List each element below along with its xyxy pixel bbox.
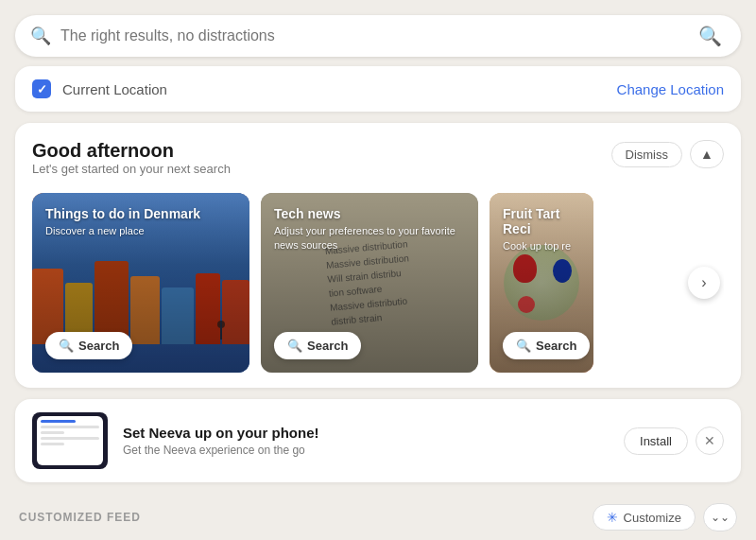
card-technews: Massive distribution Massive distributio… [261,193,478,373]
location-bar: Current Location Change Location [15,66,741,112]
install-button[interactable]: Install [624,427,688,455]
greeting-card: Good afternoon Let's get started on your… [15,123,741,388]
search-button-right[interactable]: 🔍 [695,25,726,47]
card-search-label-denmark: Search [78,339,119,353]
feed-actions: ✳ Customize ⌄⌄ [593,503,737,531]
customize-icon: ✳ [607,510,618,525]
location-label: Current Location [62,81,617,97]
search-icon-technews: 🔍 [287,339,302,353]
search-icon-fruittart: 🔍 [516,339,531,353]
promo-text: Set Neeva up on your phone! Get the Neev… [123,425,609,457]
customize-label: Customize [624,511,681,525]
customize-button[interactable]: ✳ Customize [593,504,696,531]
change-location-button[interactable]: Change Location [617,81,724,97]
dismiss-button[interactable]: Dismiss [611,142,683,167]
greeting-actions: Dismiss ▲ [611,140,725,168]
phone-line-1 [41,420,76,423]
search-input[interactable] [60,27,695,44]
cards-row: Things to do in Denmark Discover a new p… [32,193,724,373]
phone-line-2 [41,426,99,428]
greeting-title-group: Good afternoon Let's get started on your… [32,140,231,189]
card-desc-denmark: Discover a new place [45,224,236,238]
phone-line-3 [41,431,64,434]
feed-label: CUSTOMIZED FEED [19,511,141,524]
search-icon-denmark: 🔍 [59,339,74,353]
expand-feed-button[interactable]: ⌄⌄ [703,503,737,531]
phone-mockup [32,412,108,469]
card-search-button-fruittart[interactable]: 🔍 Search [503,332,590,359]
greeting-title: Good afternoon [32,140,231,162]
card-content-fruittart: Fruit Tart Reci Cook up top re [503,206,580,253]
card-title-technews: Tech news [274,206,465,221]
phone-screen [37,416,103,465]
next-card-button[interactable]: › [688,267,720,299]
close-promo-button[interactable]: ✕ [696,427,724,455]
promo-actions: Install ✕ [624,427,724,455]
phone-line-5 [41,443,64,445]
collapse-button[interactable]: ▲ [690,140,724,168]
card-search-button-denmark[interactable]: 🔍 Search [45,332,132,359]
mobile-promo: Set Neeva up on your phone! Get the Neev… [15,399,741,482]
card-search-label-fruittart: Search [536,339,576,353]
card-desc-technews: Adjust your preferences to your favorite… [274,224,465,253]
search-icon-left: 🔍 [30,26,51,46]
phone-line-4 [41,437,99,440]
card-search-label-technews: Search [307,339,348,353]
card-title-fruittart: Fruit Tart Reci [503,206,580,236]
greeting-subtitle: Let's get started on your next search [32,162,231,176]
search-bar: 🔍 🔍 [15,15,741,57]
promo-title: Set Neeva up on your phone! [123,425,609,441]
promo-desc: Get the Neeva experience on the go [123,444,609,457]
card-content-technews: Tech news Adjust your preferences to you… [274,206,465,253]
card-fruittart: Fruit Tart Reci Cook up top re 🔍 Search [490,193,593,373]
greeting-header: Good afternoon Let's get started on your… [32,140,724,189]
card-denmark: Things to do in Denmark Discover a new p… [32,193,249,373]
feed-bar: CUSTOMIZED FEED ✳ Customize ⌄⌄ [15,494,741,540]
card-title-denmark: Things to do in Denmark [45,206,236,221]
card-desc-fruittart: Cook up top re [503,239,580,253]
card-search-button-technews[interactable]: 🔍 Search [274,332,361,359]
card-content-denmark: Things to do in Denmark Discover a new p… [45,206,236,238]
phone-screen-content [37,416,103,452]
location-checkbox[interactable] [32,79,51,98]
